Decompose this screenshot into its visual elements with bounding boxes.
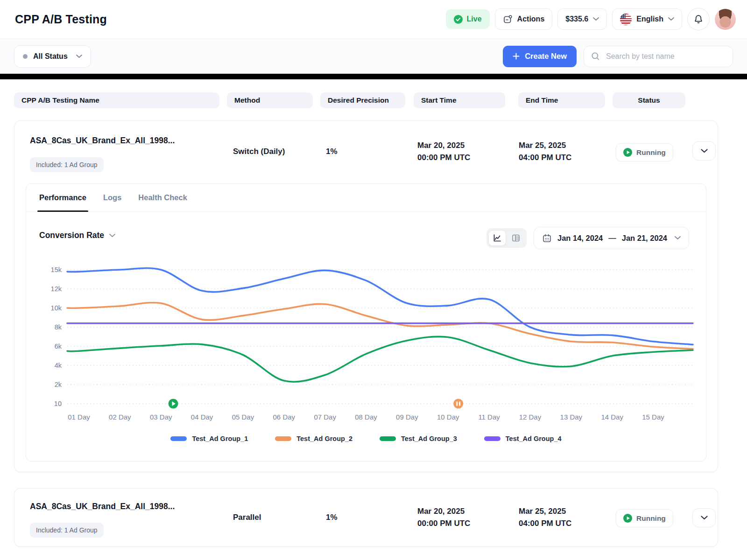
test-row-card-1: ASA_8Cas_UK_Brand_Ex_All_1998... Include… [14, 120, 718, 472]
test-name: ASA_8Cas_UK_Brand_Ex_All_1998... [30, 502, 175, 511]
survey-icon [503, 14, 513, 24]
performance-chart-svg: 15k12k10k8k6k4k2k1001 Day02 Day03 Day04 … [40, 254, 698, 426]
create-new-button[interactable]: Create New [503, 46, 577, 67]
status-label: Running [636, 514, 666, 523]
chevron-down-icon [76, 55, 82, 58]
start-time-value: Mar 20, 2025 00:00 PM UTC [417, 505, 470, 530]
pause-glyph [456, 401, 458, 406]
x-axis-label: 03 Day [150, 413, 172, 421]
language-label: English [636, 15, 663, 23]
legend-label: Test_Ad Group_3 [401, 435, 457, 442]
x-axis-label: 13 Day [560, 413, 583, 421]
start-date: Mar 20, 2025 [417, 140, 470, 152]
y-axis-label: 6k [55, 343, 62, 350]
end-time: 04:00 PM UTC [519, 152, 571, 164]
legend-swatch [484, 436, 500, 441]
live-label: Live [467, 15, 482, 23]
legend-swatch [275, 436, 291, 441]
search-box [584, 46, 733, 67]
table-view-button[interactable] [507, 230, 525, 246]
search-input[interactable] [605, 52, 726, 61]
status-filter-label: All Status [33, 52, 68, 61]
included-ad-group-badge: Included: 1 Ad Group [30, 157, 104, 172]
date-range-picker[interactable]: Jan 14, 2024 — Jan 21, 2024 [534, 227, 689, 249]
pause-glyph [459, 401, 460, 406]
balance-value: $335.6 [565, 15, 588, 23]
language-dropdown[interactable]: English [612, 8, 682, 30]
start-time: 00:00 PM UTC [417, 152, 470, 164]
status-label: Running [636, 148, 666, 157]
tab-health-check[interactable]: Health Check [138, 184, 187, 211]
black-divider [0, 74, 747, 79]
legend-item-test-ad-group-1[interactable]: Test_Ad Group_1 [170, 435, 248, 442]
detail-tabs: PerformanceLogsHealth Check [26, 184, 706, 212]
column-header-method: Method [227, 92, 313, 108]
legend-swatch [380, 436, 396, 441]
us-flag-icon [620, 14, 632, 25]
status-filter-dropdown[interactable]: All Status [14, 45, 91, 68]
legend-label: Test_Ad Group_2 [296, 435, 352, 442]
create-new-label: Create New [525, 52, 567, 61]
x-axis-label: 05 Day [232, 413, 254, 421]
y-axis-label: 8k [55, 323, 62, 331]
x-axis-label: 14 Day [601, 413, 623, 421]
date-range-separator: — [608, 234, 616, 243]
legend-item-test-ad-group-2[interactable]: Test_Ad Group_2 [275, 435, 352, 442]
y-axis-label: 2k [55, 381, 62, 388]
chevron-down-icon [109, 234, 115, 238]
date-range-start: Jan 14, 2024 [557, 234, 603, 243]
column-header-end-time: End Time [518, 92, 605, 108]
x-axis-label: 04 Day [191, 413, 213, 421]
collapse-row-button[interactable] [692, 141, 716, 161]
tab-performance[interactable]: Performance [39, 184, 86, 211]
event-marker-pause-icon[interactable] [453, 399, 463, 409]
top-bar-actions: Live Actions $335.6 English [446, 8, 736, 30]
top-bar: CPP A/B Testing Live Actions $335.6 [0, 0, 747, 39]
notifications-button[interactable] [687, 8, 710, 30]
chevron-down-icon [668, 17, 674, 21]
filter-bar-right: Create New [503, 46, 733, 67]
x-axis-label: 10 Day [437, 413, 459, 421]
expand-row-button[interactable] [692, 508, 716, 527]
line-chart-view-button[interactable] [488, 230, 506, 246]
chart-controls: Jan 14, 2024 — Jan 21, 2024 [486, 227, 689, 249]
end-date: Mar 25, 2025 [519, 505, 571, 518]
column-header-desired-precision: Desired Precision [320, 92, 405, 108]
x-axis-label: 11 Day [478, 413, 500, 421]
included-ad-group-badge: Included: 1 Ad Group [30, 523, 104, 538]
legend-item-test-ad-group-4[interactable]: Test_Ad Group_4 [484, 435, 562, 442]
calendar-icon [542, 233, 552, 243]
metric-selector-dropdown[interactable]: Conversion Rate [39, 231, 115, 240]
tab-logs[interactable]: Logs [103, 184, 121, 211]
legend-item-test-ad-group-3[interactable]: Test_Ad Group_3 [380, 435, 457, 442]
x-axis-label: 06 Day [273, 413, 296, 421]
desired-precision-value: 1% [326, 147, 338, 156]
check-circle-icon [454, 15, 463, 24]
x-axis-label: 15 Day [642, 413, 664, 421]
x-axis-label: 09 Day [396, 413, 418, 421]
method-value: Switch (Daily) [233, 147, 285, 156]
chart-legend: Test_Ad Group_1Test_Ad Group_2Test_Ad Gr… [26, 435, 706, 442]
column-header-status: Status [613, 92, 685, 108]
end-time-value: Mar 25, 2025 04:00 PM UTC [519, 505, 571, 530]
y-axis-label: 4k [55, 362, 62, 369]
date-range-end: Jan 21, 2024 [622, 234, 667, 243]
plus-icon [513, 53, 520, 60]
metric-selector-label: Conversion Rate [39, 231, 104, 240]
search-icon [591, 52, 600, 61]
play-circle-icon [623, 148, 632, 157]
balance-dropdown[interactable]: $335.6 [557, 8, 607, 30]
y-axis-label: 12k [51, 285, 62, 293]
end-time: 04:00 PM UTC [519, 518, 571, 530]
user-avatar[interactable] [715, 9, 736, 30]
cpp-ab-testing-page: CPP A/B Testing Live Actions $335.6 [0, 0, 747, 560]
legend-label: Test_Ad Group_4 [506, 435, 562, 442]
y-axis-label: 15k [51, 266, 62, 273]
performance-panel: PerformanceLogsHealth Check Conversion R… [26, 183, 706, 462]
desired-precision-value: 1% [326, 513, 338, 522]
start-time: 00:00 PM UTC [417, 518, 470, 530]
x-axis-label: 08 Day [355, 413, 377, 421]
live-status-badge: Live [446, 9, 490, 29]
actions-button[interactable]: Actions [495, 8, 553, 30]
x-axis-label: 07 Day [314, 413, 336, 421]
